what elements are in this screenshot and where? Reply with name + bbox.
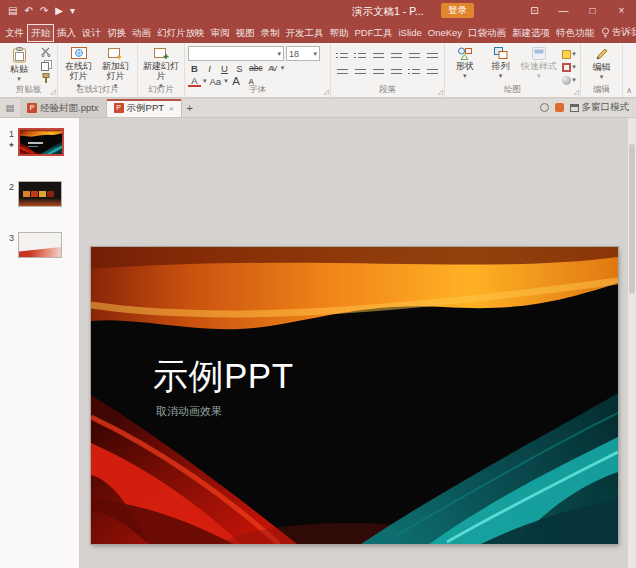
collapse-ribbon-button[interactable]: ∧	[626, 86, 632, 95]
new-slide-icon	[154, 47, 169, 60]
ribbon-tab-review[interactable]: 审阅	[208, 24, 233, 42]
tell-me-label: 告诉我	[612, 26, 636, 39]
ribbon-tab-help[interactable]: 帮助	[327, 24, 352, 42]
ribbon-tab-islide[interactable]: iSlide	[396, 24, 425, 42]
shapes-button[interactable]: 形状 ▾	[448, 46, 482, 86]
thumb-photo-row	[23, 191, 54, 197]
ribbon-tab-insert[interactable]: 插入	[54, 24, 79, 42]
new-tab-button[interactable]: +	[182, 99, 198, 117]
increase-indent-button[interactable]	[388, 50, 404, 62]
ribbon-tab-design[interactable]: 设计	[79, 24, 104, 42]
redo-icon[interactable]: ↷	[40, 0, 48, 22]
numbering-button[interactable]	[352, 50, 368, 62]
slide-canvas[interactable]: 示例PPT 取消动画效果	[91, 247, 618, 544]
chevron-down-icon: ▾	[572, 50, 576, 58]
ribbon-tab-home[interactable]: 开始	[27, 24, 54, 42]
indent-icon	[390, 51, 403, 62]
underline-button[interactable]: U	[218, 62, 231, 74]
format-painter-button[interactable]	[37, 72, 55, 84]
online-slides-group-label: 在线幻灯片	[58, 84, 137, 96]
convert-smartart-button[interactable]	[424, 66, 440, 78]
ribbon-tab-new-options[interactable]: 新建选项	[509, 24, 553, 42]
chevron-down-icon: ▾	[499, 71, 503, 81]
bullets-button[interactable]	[334, 50, 350, 62]
text-shadow-button[interactable]: S	[233, 62, 246, 74]
clipboard-dialog-launcher[interactable]: ◿	[51, 88, 56, 96]
vertical-scrollbar[interactable]	[627, 118, 636, 568]
font-dialog-launcher[interactable]: ◿	[324, 88, 329, 96]
slide-thumbnail-3[interactable]	[18, 232, 62, 258]
align-right-button[interactable]	[370, 66, 386, 78]
ribbon-tab-bar: 文件 开始 插入 设计 切换 动画 幻灯片放映 审阅 视图 录制 开发工具 帮助…	[0, 22, 636, 43]
ribbon-tab-pocket-animation[interactable]: 口袋动画	[465, 24, 509, 42]
character-spacing-button[interactable]: AV	[266, 62, 279, 74]
ribbon-tab-developer[interactable]: 开发工具	[283, 24, 327, 42]
ribbon-tab-recording[interactable]: 录制	[258, 24, 283, 42]
scissors-icon	[41, 47, 51, 57]
editing-button[interactable]: 编辑 ▾	[584, 46, 619, 82]
slide-thumbnail-1[interactable]	[18, 128, 64, 156]
shapes-icon	[457, 47, 473, 60]
ribbon-tab-transitions[interactable]: 切换	[104, 24, 129, 42]
new-slide-label: 新建幻灯片	[141, 61, 181, 81]
outline-color-icon	[562, 63, 571, 72]
tab-list-icon[interactable]: ▤	[0, 99, 20, 117]
strikethrough-button[interactable]: abc	[248, 62, 264, 74]
font-name-select[interactable]: ▾	[188, 46, 284, 61]
multi-window-mode-button[interactable]: 多窗口模式	[570, 101, 630, 114]
ribbon-tab-view[interactable]: 视图	[233, 24, 258, 42]
shape-fill-button[interactable]: ▾	[560, 48, 578, 60]
ribbon-tab-animations[interactable]: 动画	[129, 24, 154, 42]
ribbon: 粘贴 ▾ 剪贴板 ◿	[0, 43, 636, 98]
justify-button[interactable]	[388, 66, 404, 78]
title-bar: ▤ ↶ ↷ ▶ ▾ 演示文稿1 - P... 登录 ⊡ — □ ×	[0, 0, 636, 22]
slide-subtitle-text[interactable]: 取消动画效果	[156, 404, 222, 419]
settings-icon[interactable]	[540, 103, 549, 112]
ribbon-tab-special-features[interactable]: 特色功能	[553, 24, 597, 42]
tell-me-button[interactable]: 告诉我	[597, 26, 636, 39]
online-slide-icon	[71, 47, 87, 60]
arrange-button[interactable]: 排列 ▾	[484, 46, 518, 86]
save-icon[interactable]: ▤	[8, 0, 17, 22]
document-tab-1[interactable]: P 经验封面.pptx	[20, 99, 107, 117]
ribbon-tab-onekey[interactable]: OneKey	[425, 24, 465, 42]
slide-thumbnail-panel: 1 ★ 2	[0, 118, 80, 568]
font-size-select[interactable]: 18 ▾	[286, 46, 320, 61]
paragraph-dialog-launcher[interactable]: ◿	[438, 88, 443, 96]
slide-thumbnail-2[interactable]	[18, 181, 62, 207]
line-spacing-button[interactable]	[406, 50, 422, 62]
tab-close-icon[interactable]: ×	[169, 104, 174, 113]
addin-icon[interactable]	[555, 103, 564, 112]
qat-customize-icon[interactable]: ▾	[70, 0, 75, 22]
ribbon-tab-pdf-tools[interactable]: PDF工具	[352, 24, 396, 42]
align-left-button[interactable]	[334, 66, 350, 78]
cut-button[interactable]	[37, 46, 55, 58]
ribbon-display-options-button[interactable]: ⊡	[520, 0, 549, 22]
start-slideshow-icon[interactable]: ▶	[55, 0, 63, 22]
scrollbar-thumb[interactable]	[629, 144, 635, 294]
chevron-down-icon[interactable]: ▾	[281, 64, 285, 72]
decrease-indent-button[interactable]	[370, 50, 386, 62]
editing-canvas[interactable]: 示例PPT 取消动画效果	[80, 118, 636, 568]
italic-button[interactable]: I	[203, 62, 216, 74]
document-tab-2[interactable]: P 示例PPT ×	[107, 99, 182, 117]
bold-button[interactable]: B	[188, 62, 201, 74]
align-center-button[interactable]	[352, 66, 368, 78]
login-button[interactable]: 登录	[441, 3, 474, 18]
close-button[interactable]: ×	[607, 0, 636, 22]
ribbon-tab-file[interactable]: 文件	[2, 24, 27, 42]
ribbon-tab-slide-show[interactable]: 幻灯片放映	[154, 24, 208, 42]
shape-outline-button[interactable]: ▾	[560, 61, 578, 73]
copy-button[interactable]	[37, 59, 55, 71]
slide-title-text[interactable]: 示例PPT	[153, 353, 294, 400]
text-direction-button[interactable]	[424, 50, 440, 62]
quick-access-toolbar: ▤ ↶ ↷ ▶ ▾	[0, 0, 75, 22]
minimize-button[interactable]: —	[549, 0, 578, 22]
maximize-button[interactable]: □	[578, 0, 607, 22]
quick-styles-button[interactable]: 快速样式 ▾	[519, 46, 558, 86]
undo-icon[interactable]: ↶	[24, 0, 32, 22]
paste-button[interactable]: 粘贴 ▾	[3, 46, 35, 84]
columns-button[interactable]	[406, 66, 422, 78]
chevron-down-icon: ▾	[17, 74, 21, 84]
drawing-dialog-launcher[interactable]: ◿	[574, 88, 579, 96]
